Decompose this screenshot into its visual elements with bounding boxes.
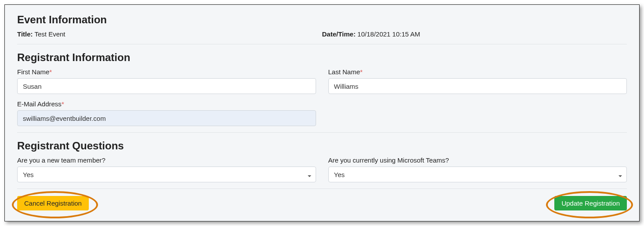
event-title-value: Test Event: [34, 30, 65, 38]
cancel-registration-button[interactable]: Cancel Registration: [17, 196, 89, 210]
event-datetime-value: 10/18/2021 10:15 AM: [357, 30, 420, 38]
question-1-select[interactable]: Yes: [17, 167, 316, 182]
first-name-label: First Name*: [17, 68, 316, 76]
question-2-label: Are you currently using Microsoft Teams?: [328, 156, 627, 164]
required-mark: *: [360, 68, 363, 76]
event-info-row: Title: Test Event Date/Time: 10/18/2021 …: [17, 30, 627, 38]
event-datetime-label: Date/Time:: [322, 30, 356, 38]
divider: [17, 44, 627, 44]
email-input[interactable]: [17, 110, 316, 126]
event-info-heading: Event Information: [17, 14, 627, 26]
first-name-input[interactable]: [17, 78, 316, 94]
registration-panel: Event Information Title: Test Event Date…: [4, 4, 640, 221]
divider: [17, 132, 627, 133]
event-title-label: Title:: [17, 30, 33, 38]
registrant-info-heading: Registrant Information: [17, 51, 627, 64]
divider: [17, 188, 627, 189]
required-mark: *: [62, 100, 64, 108]
email-label: E-Mail Address*: [17, 100, 316, 108]
event-datetime: Date/Time: 10/18/2021 10:15 AM: [322, 30, 627, 38]
question-1-label: Are you a new team member?: [17, 156, 316, 164]
registrant-questions-heading: Registrant Questions: [17, 140, 627, 152]
update-registration-button[interactable]: Update Registration: [554, 196, 627, 210]
required-mark: *: [49, 68, 52, 76]
last-name-label: Last Name*: [328, 68, 627, 76]
last-name-input[interactable]: [328, 78, 627, 94]
event-title: Title: Test Event: [17, 30, 322, 38]
question-2-select[interactable]: Yes: [328, 167, 627, 182]
